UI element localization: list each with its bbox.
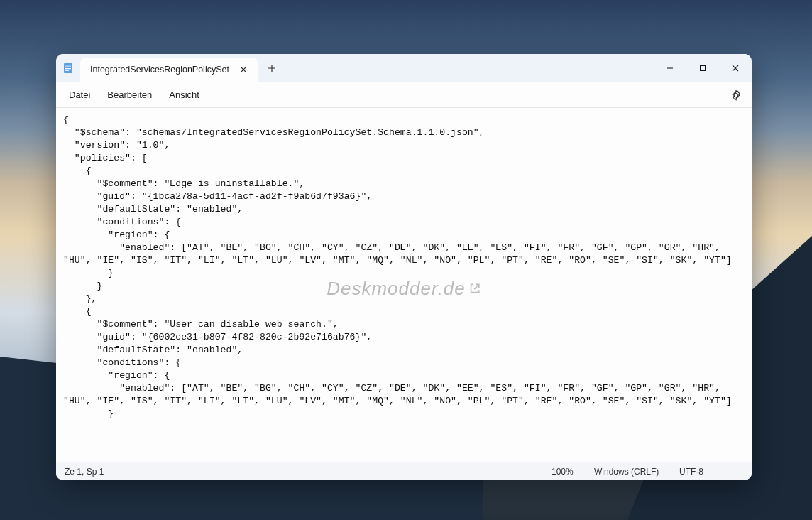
tab-title: IntegratedServicesRegionPolicySet — [90, 65, 229, 75]
status-encoding[interactable]: UTF-8 — [679, 467, 743, 477]
text-editor[interactable]: { "$schema": "schemas/IntegratedServices… — [56, 108, 752, 462]
maximize-button[interactable] — [686, 54, 719, 82]
watermark: Deskmodder.de — [327, 282, 481, 295]
statusbar: Ze 1, Sp 1 100% Windows (CRLF) UTF-8 — [56, 462, 752, 480]
tab-close-button[interactable] — [236, 63, 251, 77]
external-link-icon — [468, 282, 481, 295]
status-line-ending[interactable]: Windows (CRLF) — [594, 467, 679, 477]
editor-content: { "$schema": "schemas/IntegratedServices… — [63, 114, 732, 419]
close-button[interactable] — [719, 54, 752, 82]
settings-button[interactable] — [726, 85, 746, 105]
titlebar[interactable]: IntegratedServicesRegionPolicySet — [56, 54, 752, 82]
svg-rect-1 — [65, 65, 71, 65]
new-tab-button[interactable] — [258, 54, 286, 82]
status-position: Ze 1, Sp 1 — [65, 467, 104, 477]
tab-active[interactable]: IntegratedServicesRegionPolicySet — [80, 58, 258, 82]
notepad-window: IntegratedServicesRegionPolicySet Datei … — [56, 54, 752, 480]
menu-edit[interactable]: Bearbeiten — [100, 87, 159, 103]
svg-rect-3 — [65, 68, 71, 69]
svg-rect-5 — [701, 66, 706, 71]
app-icon — [56, 54, 80, 82]
menu-file[interactable]: Datei — [62, 87, 97, 103]
status-zoom[interactable]: 100% — [552, 467, 594, 477]
menu-view[interactable]: Ansicht — [162, 87, 207, 103]
svg-rect-2 — [65, 67, 71, 67]
gear-icon — [730, 90, 742, 101]
menubar: Datei Bearbeiten Ansicht — [56, 82, 752, 108]
window-controls — [654, 54, 752, 82]
minimize-button[interactable] — [654, 54, 686, 82]
svg-rect-4 — [65, 70, 69, 71]
watermark-text: Deskmodder.de — [327, 282, 466, 295]
